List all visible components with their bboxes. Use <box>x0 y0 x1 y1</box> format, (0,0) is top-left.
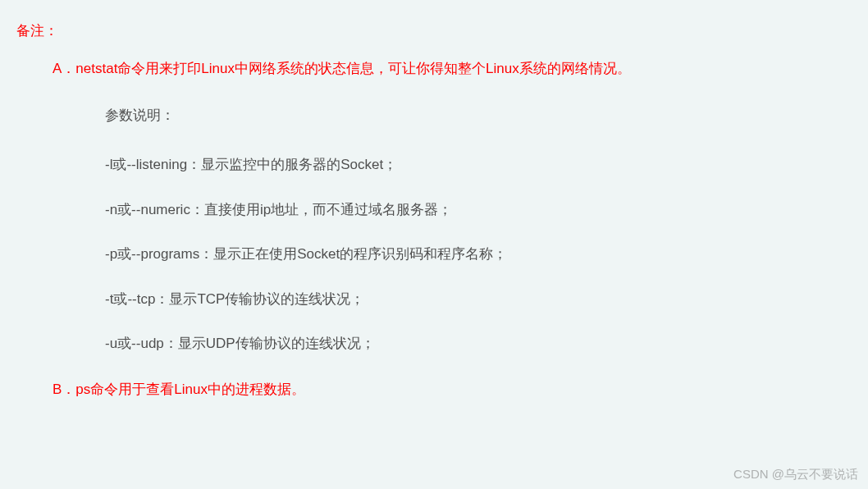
params-title: 参数说明： <box>105 94 852 138</box>
section-a-text: A．netstat命令用来打印Linux中网络系统的状态信息，可让你得知整个Li… <box>53 61 631 76</box>
params-block: 参数说明： -l或--listening：显示监控中的服务器的Socket； -… <box>16 94 852 366</box>
param-item: -l或--listening：显示监控中的服务器的Socket； <box>105 143 852 187</box>
param-item: -p或--programs：显示正在使用Socket的程序识别码和程序名称； <box>105 232 852 276</box>
watermark: CSDN @乌云不要说话 <box>733 467 858 482</box>
param-item: -n或--numeric：直接使用ip地址，而不通过域名服务器； <box>105 188 852 232</box>
note-label: 备注： <box>16 15 852 48</box>
section-b: B．ps命令用于查看Linux中的进程数据。 <box>16 369 852 409</box>
param-item: -t或--tcp：显示TCP传输协议的连线状况； <box>105 277 852 322</box>
document-content: 备注： A．netstat命令用来打印Linux中网络系统的状态信息，可让你得知… <box>0 0 868 410</box>
param-item: -u或--udp：显示UDP传输协议的连线状况； <box>105 322 852 366</box>
section-a: A．netstat命令用来打印Linux中网络系统的状态信息，可让你得知整个Li… <box>16 48 852 89</box>
